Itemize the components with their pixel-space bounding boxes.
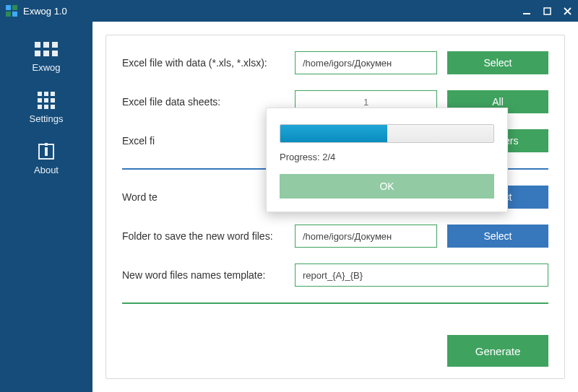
label-word-template: Word te xyxy=(122,191,285,203)
select-folder-button[interactable]: Select xyxy=(447,225,548,248)
svg-rect-1 xyxy=(544,8,551,14)
info-icon xyxy=(0,141,92,162)
progress-fill xyxy=(280,125,387,142)
sidebar-item-label: Exwog xyxy=(0,62,92,73)
ok-button[interactable]: OK xyxy=(280,174,494,199)
input-folder[interactable] xyxy=(295,225,437,248)
grid-icon xyxy=(0,39,92,59)
sidebar-item-settings[interactable]: Settings xyxy=(0,83,92,134)
generate-button[interactable]: Generate xyxy=(447,335,548,367)
progress-dialog: Progress: 2/4 OK xyxy=(266,108,508,212)
window-title: Exwog 1.0 xyxy=(23,6,522,17)
titlebar: Exwog 1.0 xyxy=(0,0,578,22)
label-folder: Folder to save the new word files: xyxy=(122,230,285,242)
label-names-template: New word files names template: xyxy=(122,269,285,281)
window-controls xyxy=(522,6,572,16)
dots-grid-icon xyxy=(0,90,92,110)
select-excel-button[interactable]: Select xyxy=(447,51,548,74)
row-excel-file: Excel file with data (*.xls, *.xlsx): Se… xyxy=(122,51,548,74)
sidebar-item-label: About xyxy=(0,165,92,175)
row-names-template: New word files names template: xyxy=(122,263,548,287)
progress-text: Progress: 2/4 xyxy=(280,152,494,162)
label-rows: Excel fi xyxy=(122,135,285,147)
sidebar-item-label: Settings xyxy=(0,113,92,124)
input-excel-file[interactable] xyxy=(295,51,437,74)
main-content: Excel file with data (*.xls, *.xlsx): Se… xyxy=(92,22,578,392)
footer-row: Generate xyxy=(122,335,548,367)
progress-bar xyxy=(280,124,494,143)
label-sheets: Excel file data sheets: xyxy=(122,96,285,108)
row-folder: Folder to save the new word files: Selec… xyxy=(122,225,548,248)
input-names-template[interactable] xyxy=(295,263,548,287)
divider-green xyxy=(122,302,548,304)
sidebar: Exwog Settings About xyxy=(0,22,92,392)
sidebar-item-exwog[interactable]: Exwog xyxy=(0,32,92,83)
label-excel-file: Excel file with data (*.xls, *.xlsx): xyxy=(122,57,285,69)
app-logo-icon xyxy=(6,5,17,17)
maximize-button[interactable] xyxy=(542,6,552,16)
close-button[interactable] xyxy=(562,6,572,16)
sidebar-item-about[interactable]: About xyxy=(0,134,92,186)
minimize-button[interactable] xyxy=(522,6,532,16)
